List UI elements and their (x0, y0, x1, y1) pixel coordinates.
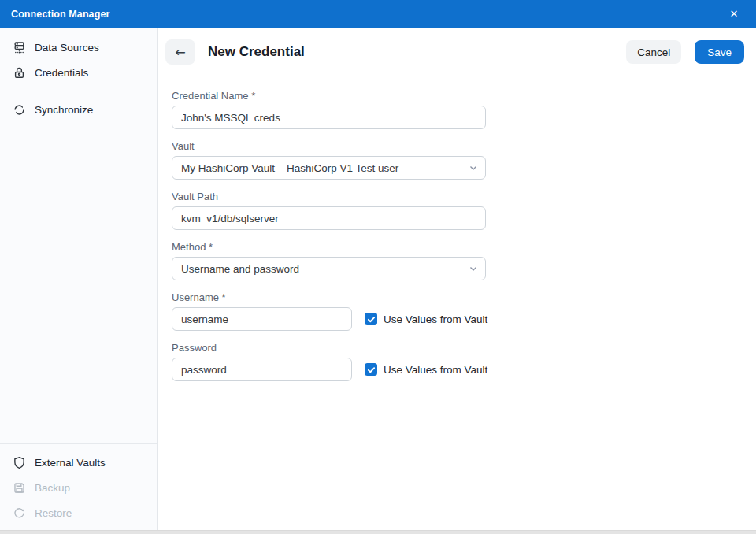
page-title: New Credential (208, 44, 305, 60)
method-select[interactable]: Username and password (172, 257, 486, 280)
sidebar-item-backup: Backup (0, 475, 158, 500)
method-label: Method * (172, 241, 756, 253)
database-icon (13, 41, 26, 54)
main-header: ← New Credential Cancel Save (158, 28, 756, 65)
sidebar-item-credentials[interactable]: Credentials (0, 60, 158, 85)
username-label: Username * (172, 291, 756, 303)
vault-select[interactable]: My HashiCorp Vault – HashiCorp V1 Test u… (172, 156, 486, 180)
password-label: Password (172, 342, 756, 354)
main-panel: ← New Credential Cancel Save Credential … (158, 28, 756, 530)
cancel-button[interactable]: Cancel (626, 40, 681, 64)
password-use-vault-checkbox-group[interactable]: Use Values from Vault (365, 363, 487, 376)
save-icon (13, 481, 26, 495)
credential-form: Credential Name * Vault My HashiCorp Vau… (158, 65, 756, 381)
restore-icon (13, 506, 26, 520)
shield-icon (13, 456, 26, 469)
sidebar-divider (0, 91, 158, 91)
checkbox-checked-icon[interactable] (365, 363, 377, 376)
vault-select-value: My HashiCorp Vault – HashiCorp V1 Test u… (181, 162, 398, 174)
window-title: Connection Manager (11, 9, 109, 20)
sidebar-item-label: Synchronize (35, 104, 93, 116)
sidebar-spacer (0, 122, 158, 438)
credential-name-label: Credential Name * (172, 90, 756, 102)
use-values-from-vault-label: Use Values from Vault (384, 313, 487, 325)
lock-icon (13, 66, 26, 80)
window-bottom-edge (0, 530, 756, 534)
credential-name-input[interactable] (172, 106, 486, 129)
sidebar-item-synchronize[interactable]: Synchronize (0, 97, 158, 122)
password-input[interactable] (172, 358, 352, 381)
sidebar: Data Sources Credentials (0, 28, 158, 530)
save-button[interactable]: Save (695, 40, 744, 64)
sync-icon (13, 103, 26, 117)
vault-path-input[interactable] (172, 206, 486, 230)
sidebar-item-label: Backup (35, 482, 70, 494)
sidebar-item-label: Data Sources (35, 42, 99, 54)
titlebar: Connection Manager ✕ (0, 0, 756, 28)
connection-manager-window: Connection Manager ✕ (0, 0, 756, 534)
sidebar-divider (0, 443, 158, 444)
vault-label: Vault (172, 140, 756, 152)
sidebar-item-label: Restore (35, 507, 72, 519)
chevron-down-icon (469, 163, 478, 172)
close-icon[interactable]: ✕ (723, 4, 745, 24)
method-select-value: Username and password (181, 263, 299, 275)
username-input[interactable] (172, 307, 352, 331)
vault-path-label: Vault Path (172, 191, 756, 202)
chevron-down-icon (469, 264, 478, 273)
sidebar-item-label: Credentials (35, 67, 88, 79)
back-button[interactable]: ← (165, 39, 195, 65)
use-values-from-vault-label: Use Values from Vault (384, 364, 487, 376)
back-arrow-icon: ← (175, 45, 185, 60)
sidebar-item-label: External Vaults (35, 457, 106, 469)
sidebar-item-restore: Restore (0, 500, 158, 525)
checkbox-checked-icon[interactable] (365, 313, 377, 325)
sidebar-item-data-sources[interactable]: Data Sources (0, 35, 158, 60)
sidebar-item-external-vaults[interactable]: External Vaults (0, 450, 158, 475)
username-use-vault-checkbox-group[interactable]: Use Values from Vault (365, 313, 487, 325)
